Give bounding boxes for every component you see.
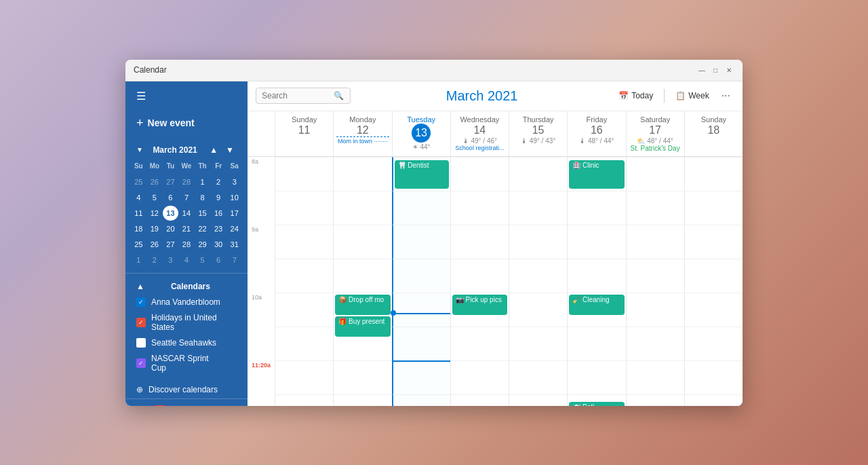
mini-cal-cell[interactable]: 7 [179, 190, 195, 205]
cell-sun-11a[interactable] [275, 360, 333, 394]
cell-tue-930[interactable] [392, 259, 450, 293]
st-patricks-event[interactable]: St. Patrick's Day [629, 145, 682, 152]
cell-mon-9a[interactable] [333, 225, 391, 259]
discover-calendars-item[interactable]: ⊕ Discover calendars [125, 381, 248, 398]
calendar-checkbox-seahawks[interactable] [136, 338, 146, 348]
buy-present-event[interactable]: 🎁 Buy present [335, 316, 390, 337]
dropoff-event[interactable]: 📦 Drop off mo [335, 295, 390, 315]
potl-event[interactable]: 🍽️ Potl [569, 402, 624, 406]
mini-cal-cell[interactable]: 27 [163, 237, 178, 252]
minimize-button[interactable]: — [696, 64, 707, 75]
mini-cal-cell[interactable]: 1 [195, 174, 210, 189]
calendars-section-header[interactable]: ▲ Calendars [125, 279, 248, 294]
cell-sun-1030[interactable] [275, 327, 333, 360]
mini-cal-cell[interactable]: 9 [211, 190, 226, 205]
mini-cal-cell[interactable]: 3 [226, 174, 242, 189]
maximize-button[interactable]: □ [710, 64, 721, 75]
mini-cal-cell[interactable]: 7 [226, 253, 242, 267]
cell-fri-11a[interactable] [567, 360, 625, 394]
cell-thu-930[interactable] [509, 259, 567, 293]
cell-thu-11a[interactable] [509, 360, 567, 394]
cell-wed-1030[interactable] [450, 327, 509, 360]
cell-sat-8a[interactable] [626, 157, 684, 191]
mini-cal-cell-selected[interactable]: 13 [163, 206, 178, 221]
sidebar-item-seahawks[interactable]: Seattle Seahawks ••• [125, 335, 248, 351]
cell-thu-830[interactable] [509, 191, 567, 225]
cell-wed-11a[interactable] [450, 360, 509, 394]
mini-cal-cell[interactable]: 28 [179, 237, 195, 252]
cell-mon-930[interactable] [333, 259, 391, 293]
mini-cal-prev[interactable]: ▲ [207, 144, 220, 156]
cell-mon-830[interactable] [333, 191, 391, 225]
cell-wed-830[interactable] [450, 191, 509, 225]
checkmark-icon[interactable]: ✓ [197, 405, 205, 406]
dentist-event[interactable]: 🦷 Dentist [395, 160, 449, 189]
hamburger-icon[interactable]: ☰ [136, 90, 146, 103]
cell-fri-930[interactable] [567, 259, 625, 293]
cell-mon-8a[interactable] [333, 157, 391, 191]
new-event-button[interactable]: + New event [136, 113, 237, 133]
mini-cal-cell[interactable]: 30 [211, 237, 226, 252]
cal-scroll-area[interactable]: 8a 🦷 Dentist [248, 157, 743, 406]
cell-mon-11a[interactable] [333, 360, 391, 394]
cell-tue-1130[interactable] [392, 394, 450, 406]
cell-sun-830[interactable] [275, 191, 333, 225]
mini-cal-cell[interactable]: 12 [147, 206, 163, 221]
cell-tue-11a[interactable] [392, 360, 450, 394]
cell-sun-8a[interactable] [275, 157, 333, 191]
cell-thu-10a[interactable] [509, 293, 567, 327]
cell-sun-1130[interactable] [275, 394, 333, 406]
more-options-icon[interactable]: ··· [717, 87, 734, 105]
mini-cal-cell[interactable]: 1 [131, 253, 146, 267]
mini-cal-cell[interactable]: 14 [179, 206, 195, 221]
mini-cal-cell[interactable]: 26 [147, 237, 163, 252]
cell-thu-1030[interactable] [509, 327, 567, 360]
cell-fri-830[interactable] [567, 191, 625, 225]
cell-fri-10a[interactable]: 🧹 Cleaning [567, 293, 625, 327]
cell-sat-1030[interactable] [626, 327, 684, 360]
calendar-icon[interactable]: 📅 [153, 405, 167, 406]
cell-sun-10a[interactable] [275, 293, 333, 327]
cell-tue-10a[interactable] [392, 293, 450, 327]
cell-fri-1130[interactable]: 🍽️ Potl [567, 394, 625, 406]
search-input[interactable] [262, 91, 330, 100]
mini-cal-cell[interactable]: 17 [226, 206, 242, 221]
cell-wed-1130[interactable] [450, 394, 509, 406]
people-icon[interactable]: 👥 [175, 405, 189, 406]
mini-cal-cell[interactable]: 16 [211, 206, 226, 221]
cell-sat-10a[interactable] [626, 293, 684, 327]
mini-cal-cell[interactable]: 11 [131, 206, 146, 221]
mini-cal-cell[interactable]: 6 [211, 253, 226, 267]
mail-icon[interactable]: ✉ [136, 405, 145, 406]
mini-cal-cell[interactable]: 23 [211, 221, 226, 236]
mini-cal-cell[interactable]: 3 [163, 253, 178, 267]
clinic-event[interactable]: 🏥 Clinic [569, 160, 624, 189]
cell-sat-11a[interactable] [626, 360, 684, 394]
pickup-pics-event[interactable]: 📷 Pick up pics [452, 295, 507, 315]
mini-cal-cell[interactable]: 15 [195, 206, 210, 221]
cell-fri-9a[interactable] [567, 225, 625, 259]
mini-cal-cell[interactable]: 8 [195, 190, 210, 205]
mini-cal-cell[interactable]: 28 [179, 174, 195, 189]
mini-cal-cell[interactable]: 29 [195, 237, 210, 252]
mini-cal-next[interactable]: ▼ [223, 144, 237, 156]
cell-sat-1130[interactable] [626, 394, 684, 406]
cell-wed-8a[interactable] [450, 157, 509, 191]
cell-sun-9a[interactable] [275, 225, 333, 259]
mini-cal-cell[interactable]: 5 [195, 253, 210, 267]
mini-cal-cell[interactable]: 2 [147, 253, 163, 267]
mini-cal-cell[interactable]: 10 [226, 190, 242, 205]
mini-cal-cell[interactable]: 27 [163, 174, 178, 189]
cell-fri-8a[interactable]: 🏥 Clinic [567, 157, 625, 191]
mini-cal-cell[interactable]: 20 [163, 221, 178, 236]
cell-sun2-930[interactable] [684, 259, 743, 293]
sidebar-item-anna[interactable]: ✓ Anna Vanderbloom ••• [125, 294, 248, 310]
mini-cal-cell[interactable]: 25 [131, 174, 146, 189]
mini-cal-cell[interactable]: 31 [226, 237, 242, 252]
cell-tue-8a[interactable]: 🦷 Dentist [392, 157, 450, 191]
calendar-checkbox-nascar[interactable]: ✓ [136, 358, 146, 368]
cell-sat-930[interactable] [626, 259, 684, 293]
calendar-checkbox-anna[interactable]: ✓ [136, 297, 146, 307]
cell-thu-9a[interactable] [509, 225, 567, 259]
cleaning-event[interactable]: 🧹 Cleaning [569, 295, 624, 315]
